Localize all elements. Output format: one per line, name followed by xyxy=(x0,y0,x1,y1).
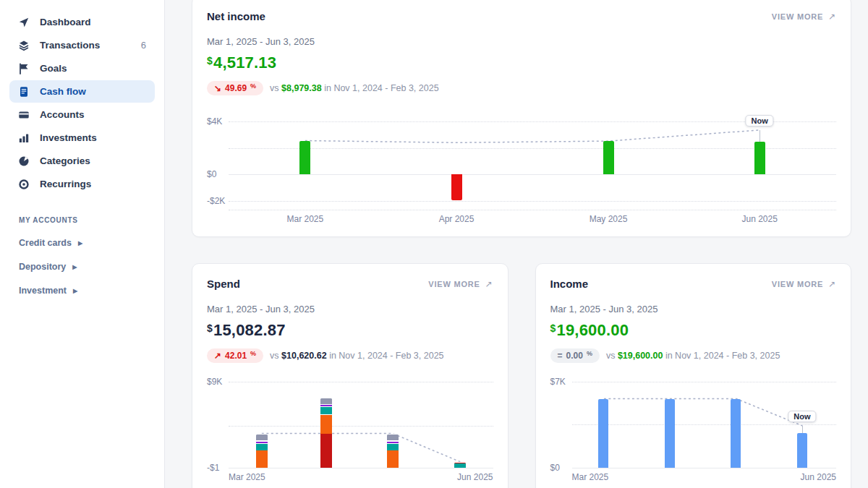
gridline xyxy=(229,382,493,382)
sidebar-item-goals[interactable]: Goals xyxy=(9,57,155,80)
income-chart: $7K$0 Now Mar 2025Jun 2025 xyxy=(550,376,837,484)
sidebar-item-accounts[interactable]: Accounts xyxy=(9,103,155,126)
delta-badge: ↘ 49.69% xyxy=(207,81,263,95)
bar-segment-apr-2025[interactable] xyxy=(665,399,675,468)
plot-area[interactable]: Now xyxy=(572,376,837,468)
credit-card-icon xyxy=(18,109,30,121)
sidebar-group-depository[interactable]: Depository ▶ xyxy=(19,262,164,272)
bar-segment-jun-2025[interactable] xyxy=(454,462,466,463)
equals-icon: = xyxy=(558,351,563,361)
delta-percent: 42.01 xyxy=(225,351,247,361)
bar-segment-may-2025[interactable] xyxy=(387,441,399,444)
delta-percent: 0.00 xyxy=(566,351,583,361)
view-more-button[interactable]: VIEW MORE ↗ xyxy=(772,279,836,289)
bar-segment-may-2025[interactable] xyxy=(387,434,399,441)
trend-dashed-line xyxy=(229,376,493,468)
group-label: Credit cards xyxy=(19,238,72,248)
x-axis: Mar 2025Jun 2025 xyxy=(229,472,493,484)
bar-segment-apr-2025[interactable] xyxy=(320,414,332,434)
card-title: Net income xyxy=(207,10,265,22)
delta-badge: ↗ 42.01% xyxy=(207,348,263,363)
view-more-label: VIEW MORE xyxy=(772,280,823,288)
bar-segment-apr-2025[interactable] xyxy=(451,174,462,200)
external-arrow-icon: ↗ xyxy=(828,12,836,22)
plot-area[interactable]: Now xyxy=(229,108,836,210)
view-more-button[interactable]: VIEW MORE ↗ xyxy=(428,279,493,289)
sidebar-group-credit-cards[interactable]: Credit cards ▶ xyxy=(19,238,164,248)
percent-sign: % xyxy=(587,350,592,357)
sidebar-item-label: Transactions xyxy=(40,40,100,51)
delta-badge: = 0.00% xyxy=(550,348,600,363)
sidebar-nav: Dashboard Transactions 6 Goals Cash flow xyxy=(0,0,164,195)
view-more-label: VIEW MORE xyxy=(428,280,480,288)
my-accounts-header: MY ACCOUNTS xyxy=(19,216,164,224)
bar-segment-apr-2025[interactable] xyxy=(320,398,332,404)
plot-area[interactable] xyxy=(229,376,493,468)
group-label: Depository xyxy=(19,262,66,272)
bar-segment-may-2025[interactable] xyxy=(603,141,614,174)
bar-segment-jun-2025[interactable] xyxy=(754,142,765,174)
sidebar-item-label: Dashboard xyxy=(40,17,91,27)
view-more-label: VIEW MORE xyxy=(772,12,823,21)
bar-segment-apr-2025[interactable] xyxy=(320,434,332,468)
currency-symbol: $ xyxy=(550,322,556,334)
bar-segment-mar-2025[interactable] xyxy=(256,443,268,450)
x-tick-label: Jun 2025 xyxy=(801,472,836,482)
bar-segment-apr-2025[interactable] xyxy=(320,406,332,414)
y-tick-label: $7K xyxy=(550,377,566,387)
percent-sign: % xyxy=(250,350,256,357)
income-card: Income VIEW MORE ↗ Mar 1, 2025 - Jun 3, … xyxy=(535,263,852,488)
recurring-icon xyxy=(18,179,30,190)
x-tick-label: Mar 2025 xyxy=(286,214,323,224)
group-label: Investment xyxy=(19,286,67,296)
income-value: $19,600.00 xyxy=(550,321,837,341)
bar-segment-mar-2025[interactable] xyxy=(256,450,268,468)
now-tooltip: Now xyxy=(746,115,774,127)
gridline xyxy=(572,382,837,382)
chevron-right-icon: ▶ xyxy=(72,264,77,270)
comparison-text: vs $19,600.00 in Nov 1, 2024 - Feb 3, 20… xyxy=(606,351,780,361)
y-tick-label: $9K xyxy=(207,377,222,387)
y-tick-label: -$2K xyxy=(207,196,225,206)
gridline xyxy=(229,210,836,210)
sidebar-item-label: Categories xyxy=(40,155,90,166)
x-tick-label: May 2025 xyxy=(590,214,628,224)
date-range: Mar 1, 2025 - Jun 3, 2025 xyxy=(207,36,836,47)
bar-segment-mar-2025[interactable] xyxy=(598,399,608,468)
gridline xyxy=(572,424,837,425)
sidebar-item-recurrings[interactable]: Recurrings xyxy=(9,173,155,195)
x-tick-label: Mar 2025 xyxy=(229,472,265,482)
y-axis: $9K-$1 xyxy=(207,376,229,468)
bar-segment-mar-2025[interactable] xyxy=(256,441,268,444)
chevron-right-icon: ▶ xyxy=(78,240,82,247)
sidebar-item-dashboard[interactable]: Dashboard xyxy=(9,11,155,33)
bar-segment-mar-2025[interactable] xyxy=(256,434,268,441)
sidebar-item-categories[interactable]: Categories xyxy=(9,150,155,172)
bar-segment-mar-2025[interactable] xyxy=(299,141,310,175)
view-more-button[interactable]: VIEW MORE ↗ xyxy=(772,12,836,22)
bar-segment-jun-2025[interactable] xyxy=(797,433,807,468)
sidebar-item-transactions[interactable]: Transactions 6 xyxy=(9,34,155,56)
bar-segment-may-2025[interactable] xyxy=(387,450,399,468)
sidebar-item-label: Accounts xyxy=(40,109,85,120)
y-tick-label: -$1 xyxy=(207,463,219,473)
bar-segment-apr-2025[interactable] xyxy=(320,404,332,407)
now-marker-line xyxy=(802,426,803,433)
gridline xyxy=(229,468,493,468)
chevron-right-icon: ▶ xyxy=(73,288,77,294)
gridline xyxy=(229,148,836,149)
bar-segment-may-2025[interactable] xyxy=(731,399,741,468)
bar-chart-icon xyxy=(18,132,30,144)
gridline xyxy=(229,426,493,427)
card-title: Spend xyxy=(207,278,240,290)
sidebar-item-investments[interactable]: Investments xyxy=(9,127,155,149)
net-income-chart: $4K$0-$2K Now Mar 2025Apr 2025May 2025Ju… xyxy=(207,108,836,226)
bar-segment-may-2025[interactable] xyxy=(387,443,399,450)
bar-segment-jun-2025[interactable] xyxy=(454,463,466,468)
sidebar-item-label: Cash flow xyxy=(40,86,86,97)
sidebar-group-investment[interactable]: Investment ▶ xyxy=(19,286,164,296)
currency-symbol: $ xyxy=(207,55,213,67)
card-title: Income xyxy=(550,278,589,290)
sidebar-item-cash-flow[interactable]: Cash flow xyxy=(9,80,155,103)
comparison-text: vs $8,979.38 in Nov 1, 2024 - Feb 3, 202… xyxy=(270,83,439,93)
